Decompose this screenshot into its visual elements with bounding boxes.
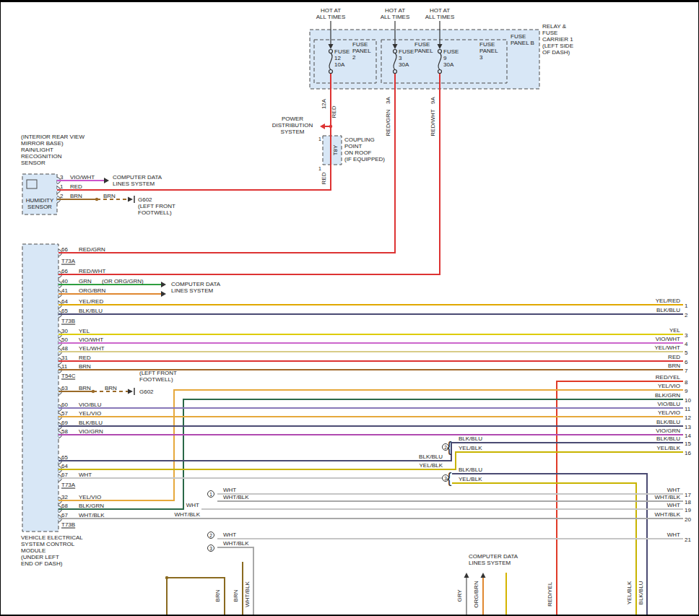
rightnum-4: 4	[685, 341, 688, 347]
box-vehicle-control-module	[22, 244, 58, 532]
coupling-conn: T8Y	[332, 144, 339, 155]
coupling-pin-top: 1	[318, 136, 321, 142]
pin60-num: 60	[61, 402, 68, 408]
rightnum-19: 19	[685, 507, 691, 513]
pin40-alt: (OR ORG/GRN)	[102, 278, 144, 285]
sensor-cap3: RAIN/LIGHT	[21, 147, 53, 153]
rightnum-15: 15	[685, 441, 691, 447]
sensor-cap2: MIRROR BASE)	[21, 140, 64, 147]
module-cap2: SYSTEM CONTROL	[21, 541, 75, 547]
right2-label: BLK/BLU	[656, 307, 680, 313]
humidity-l1: HUMIDITY	[26, 197, 54, 204]
pin48-color: YEL/WHT	[79, 345, 105, 352]
right17-label: WHT	[667, 487, 680, 493]
bottom-gry: GRY	[456, 589, 463, 602]
pin58-color: VIO/GRN	[79, 428, 103, 435]
right16-label: YEL/BLK	[657, 445, 681, 451]
pin66b-color: RED/WHT	[79, 268, 105, 274]
sensor-pin3-num: 3	[60, 174, 64, 181]
wiring-diagram-page: 12323{{HOT ATALL TIMESHOT ATALL TIMESHOT…	[0, 0, 699, 616]
wiring-diagram-canvas: 12323{{HOT ATALL TIMESHOT ATALL TIMESHOT…	[1, 2, 698, 615]
rightnum-12: 12	[685, 415, 691, 421]
arrow-computer-data-grn	[161, 282, 166, 287]
pin63-num: 63	[61, 385, 68, 391]
pin57-color: YEL/VIO	[79, 410, 101, 417]
g602-sensor-loc1: (LEFT FRONT	[138, 203, 175, 209]
pin31-num: 31	[61, 355, 68, 361]
pin32-color: YEL/VIO	[79, 494, 101, 500]
fuse9-l3: 30A	[443, 61, 454, 68]
hot1-l2: ALL TIMES	[316, 14, 345, 20]
hot3-l2: ALL TIMES	[425, 14, 454, 20]
fuse9-l1: FUSE	[443, 48, 459, 55]
pin69-num: 69	[61, 420, 68, 426]
box-relay-fuse-carrier	[310, 30, 539, 89]
dot-pin63-brn-junction	[92, 390, 95, 393]
relay-l5: OF DASH)	[542, 49, 570, 56]
arrow-computer-data-orgbrn2	[481, 573, 486, 578]
row20-label: WHT/BLK	[174, 511, 200, 518]
brace-splice-2: {	[447, 439, 452, 455]
pin64-num: 64	[61, 298, 68, 305]
fuse12-l1: FUSE	[334, 48, 350, 55]
coupling-l4: (IF EQUIPPED)	[344, 156, 385, 162]
rightnum-1: 1	[685, 303, 688, 309]
row17-label: WHT	[223, 487, 236, 493]
fuse12-l2: 12	[334, 55, 341, 61]
row21-label: WHT	[223, 532, 236, 538]
bottom-orgbrn: ORG/BRN	[473, 581, 479, 608]
sensor-cap5: SENSOR	[21, 160, 45, 166]
wire-row9-yelvio-pin32	[58, 390, 683, 500]
arrow-computer-data-orgbrn	[161, 291, 166, 297]
cdl3-l2: LINES SYSTEM	[469, 560, 511, 566]
pin65-num: 65	[61, 308, 68, 314]
panelB-l1: FUSE	[511, 33, 526, 40]
pin41-color: ORG/BRN	[79, 287, 106, 294]
sensor-pin1-num: 1	[60, 183, 64, 190]
hot2-l2: ALL TIMES	[381, 14, 409, 20]
rightnum-20: 20	[685, 516, 691, 523]
right13-label: BLK/BLU	[656, 419, 680, 425]
sensor-pin2-color: BRN	[70, 193, 82, 199]
panelM-l1: FUSE	[414, 41, 430, 48]
pin65b-color: BLK/BLU	[419, 454, 443, 460]
wire-fuse3-redgrn-pin66	[58, 74, 395, 253]
row19-label: WHT	[186, 502, 199, 508]
relay-l4: (LEFT SIDE	[542, 43, 573, 49]
relay-l3: CARRIER 1	[542, 36, 573, 43]
splice-ref-1: 1	[209, 492, 212, 497]
cdl3-l1: COMPUTER DATA	[469, 553, 518, 560]
panel2-l1: FUSE	[352, 41, 368, 48]
pin65-color: BLK/BLU	[79, 308, 103, 314]
cdl1-l1: COMPUTER DATA	[113, 174, 162, 181]
pin63-color: BRN	[79, 385, 91, 391]
panel2-l3: 2	[352, 54, 356, 61]
brace-splice-3: {	[447, 470, 452, 486]
pin31-color: RED	[79, 355, 91, 361]
mid-splice3-blkblu: BLK/BLU	[459, 467, 482, 473]
panel2-l2: PANEL	[352, 48, 371, 54]
sensor-pin3-color: VIO/WHT	[70, 174, 95, 181]
pin50-num: 50	[61, 337, 68, 343]
coupling-l3: ON ROOF	[344, 149, 371, 156]
wirelabel-redgrn: RED/GRN	[385, 109, 391, 136]
dot-power-dist-junction	[329, 125, 332, 128]
panelM-l2: PANEL	[414, 48, 433, 54]
wirelabel-redwht: RED/WHT	[430, 109, 436, 136]
rightnum-3: 3	[685, 332, 688, 339]
pin64b-color: YEL/BLK	[420, 462, 443, 469]
mid15-label: BLK/BLU	[459, 435, 482, 442]
conn-t73a-2: T73A	[61, 482, 76, 488]
pin60-color: VIO/BLU	[79, 402, 102, 408]
right12-label: YEL/VIO	[658, 409, 680, 416]
dot-brn-bridge-junction	[165, 576, 168, 579]
bottom-whtblk: WHT/BLK	[244, 581, 251, 607]
splice3b-label: WHT/BLK	[223, 540, 249, 547]
splice-ref-3: 3	[209, 546, 212, 551]
g602-pin63-loc2: FOOTWELL)	[139, 376, 173, 383]
g602-pin63-loc1: (LEFT FRONT	[139, 370, 177, 376]
humidity-l2: SENSOR	[27, 204, 52, 210]
conn-t73b-2: T73B	[61, 521, 75, 528]
g602-sensor-loc2: FOOTWELL)	[138, 209, 172, 216]
power-l1: POWER	[282, 116, 303, 122]
